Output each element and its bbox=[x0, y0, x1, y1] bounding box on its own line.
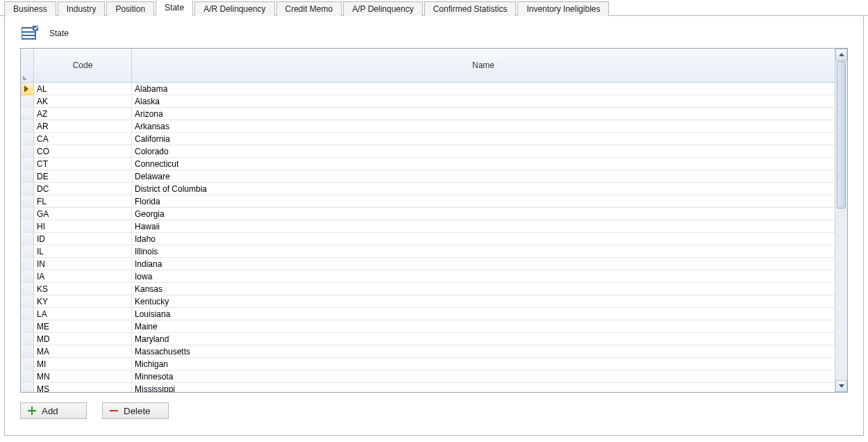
cell-name[interactable]: Alabama bbox=[132, 83, 835, 95]
row-indicator[interactable] bbox=[21, 170, 34, 183]
row-indicator[interactable] bbox=[21, 108, 34, 120]
tab-a-p-delinquency[interactable]: A/P Delinquency bbox=[343, 1, 423, 16]
table-row[interactable]: ALAlabama bbox=[21, 83, 835, 95]
cell-name[interactable]: Kentucky bbox=[132, 295, 835, 308]
cell-name[interactable]: Mississippi bbox=[132, 383, 835, 392]
cell-name[interactable]: California bbox=[132, 133, 835, 145]
cell-name[interactable]: Arizona bbox=[132, 108, 835, 120]
cell-code[interactable]: GA bbox=[34, 208, 132, 220]
cell-name[interactable]: Hawaii bbox=[132, 220, 835, 233]
cell-code[interactable]: MS bbox=[34, 383, 132, 392]
tab-inventory-ineligibles[interactable]: Inventory Ineligibles bbox=[517, 1, 609, 16]
table-row[interactable]: IDIdaho bbox=[21, 233, 835, 245]
table-row[interactable]: CTConnecticut bbox=[21, 158, 835, 170]
cell-code[interactable]: HI bbox=[34, 220, 132, 233]
row-indicator[interactable] bbox=[21, 83, 34, 95]
cell-code[interactable]: AL bbox=[34, 83, 132, 95]
cell-code[interactable]: FL bbox=[34, 195, 132, 208]
cell-code[interactable]: AR bbox=[34, 120, 132, 133]
cell-name[interactable]: Florida bbox=[132, 195, 835, 208]
tab-business[interactable]: Business bbox=[4, 1, 56, 16]
cell-name[interactable]: Kansas bbox=[132, 283, 835, 295]
table-row[interactable]: HIHawaii bbox=[21, 220, 835, 233]
cell-code[interactable]: KS bbox=[34, 283, 132, 295]
cell-code[interactable]: DE bbox=[34, 170, 132, 183]
row-indicator[interactable] bbox=[21, 183, 34, 195]
scroll-up-button[interactable] bbox=[835, 49, 847, 60]
cell-name[interactable]: Louisiana bbox=[132, 308, 835, 320]
table-row[interactable]: CACalifornia bbox=[21, 133, 835, 145]
cell-name[interactable]: Massachusetts bbox=[132, 345, 835, 358]
row-indicator[interactable] bbox=[21, 220, 34, 233]
row-indicator[interactable] bbox=[21, 195, 34, 208]
row-indicator[interactable] bbox=[21, 120, 34, 133]
row-indicator[interactable] bbox=[21, 345, 34, 358]
row-indicator[interactable] bbox=[21, 133, 34, 145]
tab-industry[interactable]: Industry bbox=[58, 1, 106, 16]
row-indicator[interactable] bbox=[21, 308, 34, 320]
table-row[interactable]: MEMaine bbox=[21, 320, 835, 333]
table-row[interactable]: IAIowa bbox=[21, 270, 835, 283]
cell-name[interactable]: Idaho bbox=[132, 233, 835, 245]
row-indicator[interactable] bbox=[21, 370, 34, 383]
table-row[interactable]: MSMississippi bbox=[21, 383, 835, 392]
table-row[interactable]: GAGeorgia bbox=[21, 208, 835, 220]
cell-name[interactable]: Minnesota bbox=[132, 370, 835, 383]
table-row[interactable]: COColorado bbox=[21, 145, 835, 158]
cell-name[interactable]: Michigan bbox=[132, 358, 835, 370]
row-indicator[interactable] bbox=[21, 283, 34, 295]
tab-credit-memo[interactable]: Credit Memo bbox=[276, 1, 342, 16]
cell-name[interactable]: Indiana bbox=[132, 258, 835, 270]
cell-code[interactable]: AZ bbox=[34, 108, 132, 120]
select-all-corner[interactable] bbox=[21, 49, 34, 82]
row-indicator[interactable] bbox=[21, 320, 34, 333]
column-header-code[interactable]: Code bbox=[34, 49, 132, 82]
table-row[interactable]: MIMichigan bbox=[21, 358, 835, 370]
table-row[interactable]: FLFlorida bbox=[21, 195, 835, 208]
cell-code[interactable]: IL bbox=[34, 245, 132, 258]
cell-code[interactable]: AK bbox=[34, 95, 132, 108]
cell-code[interactable]: LA bbox=[34, 308, 132, 320]
table-row[interactable]: AKAlaska bbox=[21, 95, 835, 108]
scroll-down-button[interactable] bbox=[835, 380, 847, 392]
table-row[interactable]: AZArizona bbox=[21, 108, 835, 120]
cell-name[interactable]: Illinois bbox=[132, 245, 835, 258]
cell-code[interactable]: CT bbox=[34, 158, 132, 170]
cell-code[interactable]: ID bbox=[34, 233, 132, 245]
cell-code[interactable]: IN bbox=[34, 258, 132, 270]
row-indicator[interactable] bbox=[21, 383, 34, 392]
table-row[interactable]: MNMinnesota bbox=[21, 370, 835, 383]
table-row[interactable]: MAMassachusetts bbox=[21, 345, 835, 358]
row-indicator[interactable] bbox=[21, 233, 34, 245]
row-indicator[interactable] bbox=[21, 333, 34, 345]
table-row[interactable]: KSKansas bbox=[21, 283, 835, 295]
cell-code[interactable]: DC bbox=[34, 183, 132, 195]
row-indicator[interactable] bbox=[21, 258, 34, 270]
table-row[interactable]: ILIllinois bbox=[21, 245, 835, 258]
row-indicator[interactable] bbox=[21, 245, 34, 258]
cell-code[interactable]: MI bbox=[34, 358, 132, 370]
table-row[interactable]: ARArkansas bbox=[21, 120, 835, 133]
table-row[interactable]: DCDistrict of Columbia bbox=[21, 183, 835, 195]
cell-name[interactable]: Connecticut bbox=[132, 158, 835, 170]
vertical-scrollbar[interactable] bbox=[835, 49, 847, 392]
row-indicator[interactable] bbox=[21, 95, 34, 108]
tab-state[interactable]: State bbox=[156, 0, 193, 16]
cell-name[interactable]: Maine bbox=[132, 320, 835, 333]
cell-name[interactable]: Alaska bbox=[132, 95, 835, 108]
table-row[interactable]: MDMaryland bbox=[21, 333, 835, 345]
cell-name[interactable]: Colorado bbox=[132, 145, 835, 158]
table-row[interactable]: INIndiana bbox=[21, 258, 835, 270]
table-row[interactable]: LALouisiana bbox=[21, 308, 835, 320]
column-header-name[interactable]: Name bbox=[132, 49, 835, 82]
cell-name[interactable]: Georgia bbox=[132, 208, 835, 220]
cell-code[interactable]: MN bbox=[34, 370, 132, 383]
add-button[interactable]: Add bbox=[20, 402, 87, 419]
tab-confirmed-statistics[interactable]: Confirmed Statistics bbox=[424, 1, 517, 16]
cell-code[interactable]: CO bbox=[34, 145, 132, 158]
cell-name[interactable]: District of Columbia bbox=[132, 183, 835, 195]
row-indicator[interactable] bbox=[21, 158, 34, 170]
cell-code[interactable]: MA bbox=[34, 345, 132, 358]
row-indicator[interactable] bbox=[21, 208, 34, 220]
cell-name[interactable]: Maryland bbox=[132, 333, 835, 345]
